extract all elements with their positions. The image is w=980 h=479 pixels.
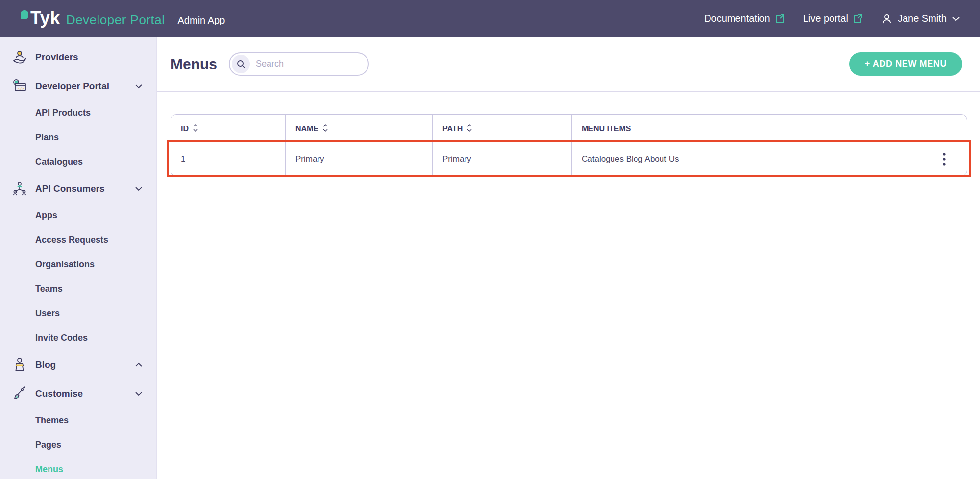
column-header-menu-items: MENU ITEMS (572, 115, 921, 143)
menus-table: ID NAME (171, 114, 967, 176)
sidebar-item-providers[interactable]: Providers (0, 43, 156, 72)
table-row[interactable]: 1 Primary Primary Catalogues Blog About … (171, 143, 967, 176)
topbar-right: Documentation Live portal (704, 13, 960, 25)
sidebar-item-label: Providers (35, 52, 78, 63)
sidebar-item-label: Invite Codes (35, 333, 88, 343)
chevron-down-icon (135, 82, 143, 91)
brand-suffix: Developer Portal (66, 12, 165, 27)
table-header-row: ID NAME (171, 115, 967, 143)
sidebar-item-label: API Consumers (35, 183, 104, 194)
sidebar-item-label: Menus (35, 464, 63, 475)
sidebar-item-label: API Products (35, 108, 91, 118)
sidebar-item-label: Developer Portal (35, 81, 109, 92)
sidebar-item-label: Pages (35, 440, 61, 450)
sidebar-item-api-consumers[interactable]: API Consumers (0, 174, 156, 203)
sort-icon (322, 124, 328, 134)
sidebar-item-label: Teams (35, 284, 63, 294)
column-label: PATH (442, 125, 463, 133)
chevron-up-icon (135, 360, 143, 369)
sidebar-item-organisations[interactable]: Organisations (0, 252, 156, 277)
tyk-leaf-icon (21, 10, 28, 19)
sidebar-item-catalogues[interactable]: Catalogues (0, 150, 156, 174)
sidebar-item-themes[interactable]: Themes (0, 408, 156, 432)
developer-portal-icon: </> (11, 77, 28, 95)
search-input[interactable] (256, 59, 354, 69)
svg-text:</>: </> (18, 87, 24, 91)
user-icon (881, 13, 893, 25)
blog-icon (11, 356, 28, 374)
column-header-name[interactable]: NAME (286, 115, 433, 143)
sidebar-item-api-products[interactable]: API Products (0, 101, 156, 125)
add-new-menu-button[interactable]: + ADD NEW MENU (849, 52, 962, 76)
page-title: Menus (171, 56, 217, 73)
sidebar-item-invite-codes[interactable]: Invite Codes (0, 326, 156, 350)
cell-menu-items: Catalogues Blog About Us (572, 143, 921, 176)
live-portal-link-label: Live portal (803, 13, 848, 24)
chevron-down-icon (952, 16, 960, 22)
column-header-path[interactable]: PATH (433, 115, 572, 143)
sidebar-item-access-requests[interactable]: Access Requests (0, 227, 156, 252)
app-root: Tyk Developer Portal Admin App Documenta… (0, 0, 980, 479)
documentation-link[interactable]: Documentation (704, 13, 784, 24)
user-name: Jane Smith (898, 13, 947, 24)
sidebar-item-plans[interactable]: Plans (0, 125, 156, 150)
sidebar-item-teams[interactable]: Teams (0, 277, 156, 301)
live-portal-link[interactable]: Live portal (803, 13, 862, 24)
sidebar-item-apps[interactable]: Apps (0, 203, 156, 227)
sidebar-item-label: Organisations (35, 259, 95, 270)
external-link-icon (775, 14, 784, 24)
sidebar: Providers </> Developer Portal (0, 37, 157, 479)
sidebar-item-label: Apps (35, 210, 57, 221)
cell-id: 1 (171, 143, 286, 176)
search-icon (232, 55, 250, 73)
column-label: MENU ITEMS (582, 125, 631, 133)
sidebar-item-label: Themes (35, 415, 69, 426)
sidebar-item-label: Catalogues (35, 157, 83, 167)
column-header-actions (921, 115, 967, 143)
app-label: Admin App (178, 15, 225, 26)
sidebar-item-customise[interactable]: Customise (0, 379, 156, 408)
api-consumers-icon (11, 180, 28, 198)
sidebar-item-label: Blog (35, 359, 56, 370)
sidebar-item-pages[interactable]: Pages (0, 432, 156, 457)
sidebar-item-label: Users (35, 308, 60, 319)
sidebar-item-users[interactable]: Users (0, 301, 156, 326)
providers-icon (11, 49, 28, 66)
chevron-down-icon (135, 389, 143, 398)
cell-name: Primary (286, 143, 433, 176)
column-label: NAME (295, 125, 318, 133)
menus-table-wrap: ID NAME (171, 114, 966, 176)
sidebar-item-menus[interactable]: Menus (0, 457, 156, 479)
main-content: Menus + ADD NEW MENU (157, 37, 980, 479)
sidebar-item-developer-portal[interactable]: </> Developer Portal (0, 72, 156, 101)
documentation-link-label: Documentation (704, 13, 770, 24)
row-actions-kebab-icon[interactable] (934, 150, 954, 169)
sidebar-item-label: Access Requests (35, 235, 108, 245)
tyk-logo[interactable]: Tyk Developer Portal (21, 9, 165, 27)
topbar: Tyk Developer Portal Admin App Documenta… (0, 0, 980, 37)
brand-name: Tyk (30, 9, 60, 27)
chevron-down-icon (135, 184, 143, 193)
customise-icon (11, 385, 28, 403)
sort-icon (193, 124, 198, 134)
sort-icon (466, 124, 472, 134)
search-box (229, 52, 369, 76)
user-menu[interactable]: Jane Smith (881, 13, 960, 25)
sidebar-item-label: Customise (35, 388, 83, 399)
column-header-id[interactable]: ID (171, 115, 286, 143)
cell-path: Primary (433, 143, 572, 176)
sidebar-item-blog[interactable]: Blog (0, 350, 156, 379)
main-header: Menus + ADD NEW MENU (157, 37, 980, 92)
sidebar-item-label: Plans (35, 132, 59, 143)
column-label: ID (181, 125, 189, 133)
cell-actions (921, 143, 967, 176)
external-link-icon (853, 14, 862, 24)
